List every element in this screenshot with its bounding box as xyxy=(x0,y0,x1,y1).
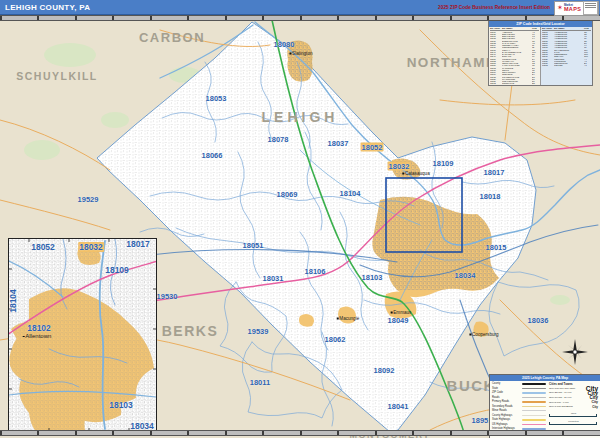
legend-line-sample xyxy=(522,397,546,398)
legend-item-label: Primary Roads xyxy=(492,400,522,403)
inset-zip-label-18052: 18052 xyxy=(31,242,55,252)
zip-index-cell: ZIONSVILLE xyxy=(502,82,532,84)
legend-city-class: Over 1,000 and BelowCity xyxy=(549,404,598,409)
scale-bar-line xyxy=(549,422,597,426)
map-legend: 2025 Lehigh County, PA Map CountyStateZI… xyxy=(489,374,600,438)
zip-label-18051: 18051 xyxy=(243,241,264,250)
city-class-label: Over 10,000 - 24,999 xyxy=(549,396,572,399)
inset-zip-label-18109: 18109 xyxy=(105,265,129,275)
inset-zip-label-18032: 18032 xyxy=(78,242,104,252)
zip-index-cell: A7 xyxy=(584,64,591,66)
zip-label-18069: 18069 xyxy=(277,190,298,199)
zip-index-row: 19562TOPTONA7 xyxy=(542,64,591,66)
legend-item-label: County Highways xyxy=(492,414,522,417)
legend-line-sample xyxy=(522,419,546,421)
zip-label-18031: 18031 xyxy=(263,274,284,283)
page-title: LEHIGH COUNTY, PA xyxy=(5,3,90,12)
zip-index-cell: E8 xyxy=(532,82,539,84)
inset-zip-label-18104: 18104 xyxy=(8,289,18,313)
zip-label-18011: 18011 xyxy=(250,378,270,387)
zip-label-18015: 18015 xyxy=(486,243,507,252)
legend-line-sample xyxy=(522,383,546,385)
city-label-coopersburg: Coopersburg xyxy=(469,332,498,337)
legend-line-sample xyxy=(522,415,546,416)
zip-label-18052: 18052 xyxy=(361,143,384,152)
legend-line-sample xyxy=(522,410,546,411)
city-class-sample: City xyxy=(591,400,598,404)
inset-labels-layer: 1805218032180171810918102181031803418104… xyxy=(9,239,156,431)
logo-side-panel xyxy=(583,1,598,15)
zip-label-18106: 18106 xyxy=(305,267,326,276)
zip-index-cell: 18092 xyxy=(490,82,502,84)
county-label-carbon: CARBON xyxy=(139,30,205,45)
zip-label-18092: 18092 xyxy=(374,366,395,375)
zip-label-18037: 18037 xyxy=(328,139,349,148)
zip-label-18062: 18062 xyxy=(325,335,346,344)
county-label-schuylkill: SCHUYLKILL xyxy=(16,70,98,82)
map-page: CARBONSCHUYLKILLNORTHAMPTONLEHIGHBERKSBU… xyxy=(0,0,600,438)
legend-city-classes: Over 100,000 (see inset)CityOver 25,000 … xyxy=(549,386,598,409)
county-label-lehigh: LEHIGH xyxy=(262,109,339,125)
allentown-inset-map: 1805218032180171810918102181031803418104… xyxy=(8,238,157,432)
inset-city-label-allentown: Allentown xyxy=(23,333,52,339)
zip-index-table: ZIP Code Index/Grid Locator ZIP CodeZIP … xyxy=(488,20,593,86)
legend-item-label: County xyxy=(492,382,522,385)
legend-item-label: Roads xyxy=(492,396,522,399)
zip-label-18053: 18053 xyxy=(206,94,227,103)
zip-label-18032: 18032 xyxy=(388,162,411,171)
city-class-label: Over 100,000 (see inset) xyxy=(549,387,575,390)
zip-label-19539: 19539 xyxy=(248,327,269,336)
zip-label-18066: 18066 xyxy=(202,151,223,160)
city-class-label: Over 25,000 - 99,999 xyxy=(549,391,572,394)
zip-label-18049: 18049 xyxy=(388,316,409,325)
zip-label-19530: 19530 xyxy=(157,292,178,301)
scale-bar-kilometers: Kilometers xyxy=(549,420,598,426)
grid-ruler-bottom xyxy=(0,430,600,436)
publisher-logo: ✶ Market MAPS xyxy=(554,1,599,17)
city-class-label: Over 5,000 - 9,999 xyxy=(549,401,569,404)
zip-index-left-column: ZIP CodeZIP NameGrid18011ALBURTISA718015… xyxy=(489,27,540,85)
zip-index-cell: 19562 xyxy=(542,64,554,66)
city-class-sample: City xyxy=(592,405,598,409)
zip-label-18017: 18017 xyxy=(484,168,505,177)
logo-star-icon: ✶ xyxy=(557,4,563,12)
zip-label-18103: 18103 xyxy=(362,273,383,282)
city-class-label: Over 1,000 and Below xyxy=(549,405,573,408)
zip-label-18080: 18080 xyxy=(274,40,295,49)
zip-label-18036: 18036 xyxy=(528,316,549,325)
county-label-berks: BERKS xyxy=(162,323,219,339)
legend-line-samples: CountyStateZIP CodeRoadsPrimary RoadsSec… xyxy=(492,382,546,436)
zip-label-19529: 19529 xyxy=(78,195,99,204)
legend-scale-bars: MilesKilometers xyxy=(549,412,598,426)
inset-zip-label-18103: 18103 xyxy=(109,400,133,410)
legend-line-sample xyxy=(522,424,546,426)
zip-label-18104: 18104 xyxy=(340,189,361,198)
legend-line-sample xyxy=(522,406,546,407)
zip-index-cell: TOPTON xyxy=(554,64,584,66)
city-label-emmaus: Emmaus xyxy=(391,310,412,315)
inset-zip-label-18102: 18102 xyxy=(27,323,51,333)
legend-line-sample xyxy=(522,401,546,402)
city-label-slatington: Slatington xyxy=(289,51,312,56)
legend-item-label: US Highways xyxy=(492,423,522,426)
legend-line-sample xyxy=(522,392,546,394)
inset-zip-label-18017: 18017 xyxy=(126,239,150,249)
zip-label-18041: 18041 xyxy=(388,402,409,411)
legend-item-label: Secondary Roads xyxy=(492,405,522,408)
legend-line-sample xyxy=(522,388,546,390)
title-bar: LEHIGH COUNTY, PA 2025 ZIP Code Business… xyxy=(0,0,600,15)
zip-label-18018: 18018 xyxy=(480,192,501,201)
legend-item-label: State xyxy=(492,387,522,390)
legend-item-label: Minor Roads xyxy=(492,409,522,412)
zip-index-row: 18092ZIONSVILLEE8 xyxy=(490,82,539,84)
scale-bar-miles: Miles xyxy=(549,412,598,418)
logo-text-main: MAPS xyxy=(564,7,582,13)
scale-bar-line xyxy=(549,414,597,418)
zip-label-18078: 18078 xyxy=(268,135,289,144)
zip-label-18034: 18034 xyxy=(455,271,476,280)
city-label-macungie: Macungie xyxy=(337,316,360,321)
legend-item-label: ZIP Code xyxy=(492,391,522,394)
zip-label-18109: 18109 xyxy=(433,159,454,168)
edition-text: 2025 ZIP Code Business Reference Insert … xyxy=(438,5,550,10)
legend-item-label: State Highways xyxy=(492,418,522,421)
